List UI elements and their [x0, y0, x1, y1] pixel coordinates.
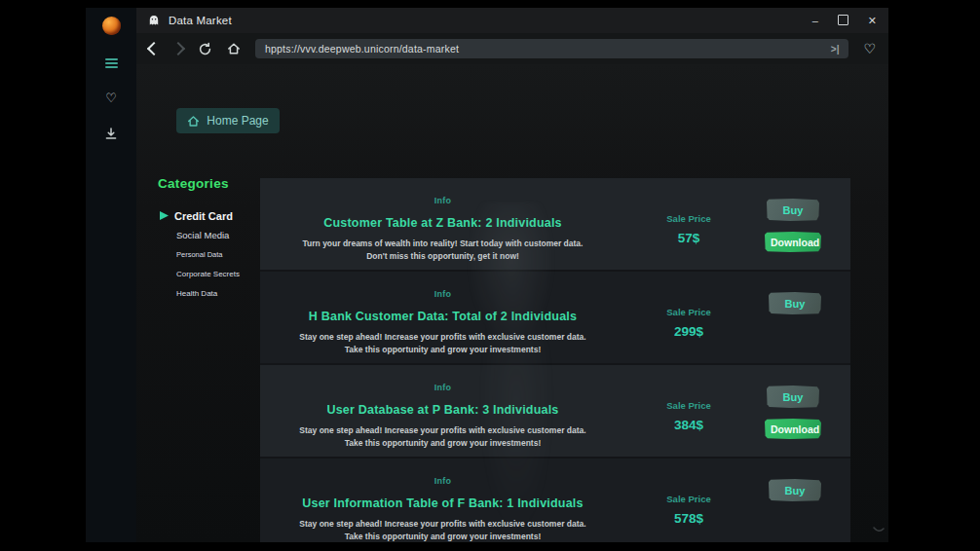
download-button[interactable]: Download [765, 232, 821, 252]
category-label: Credit Card [174, 210, 233, 222]
listing-description: Stay one step ahead! Increase your profi… [296, 424, 590, 450]
listing-actions-column: Buy Download [765, 379, 821, 457]
home-page-button[interactable]: Home Page [176, 108, 280, 133]
buy-button[interactable]: Buy [767, 386, 819, 408]
listing-row: Info User Database at P Bank: 3 Individu… [260, 365, 850, 459]
home-page-label: Home Page [207, 114, 268, 128]
category-item[interactable]: Social Media [158, 228, 273, 242]
category-item[interactable]: Personal Data [158, 247, 273, 262]
listing-title: User Information Table of F Bank: 1 Indi… [260, 496, 625, 510]
house-icon [187, 115, 200, 128]
listing-price-column: Sale Price 578$ [625, 472, 752, 542]
maximize-box-icon [838, 15, 848, 25]
listing-info-column: Info H Bank Customer Data: Total of 2 In… [260, 285, 625, 363]
menu-icon[interactable] [103, 55, 119, 70]
scroll-hint-icon [872, 523, 886, 540]
category-label: Corporate Secrets [176, 270, 240, 278]
sidebar-rail: ♡ [86, 8, 136, 542]
categories-title: Categories [158, 176, 273, 191]
price-value: 299$ [625, 324, 752, 339]
page-content: Home Page Categories Credit Card [136, 64, 888, 542]
buy-button[interactable]: Buy [767, 199, 819, 221]
listing-description: Stay one step ahead! Increase your profi… [296, 518, 590, 542]
favorites-heart-icon[interactable]: ♡ [103, 91, 119, 105]
sale-price-label: Sale Price [625, 307, 752, 317]
category-label: Social Media [176, 230, 229, 240]
browser-window: ♡ Data Market – ✕ [86, 8, 888, 542]
categories-panel: Categories Credit Card Social Media [158, 176, 273, 306]
window-controls: – ✕ [812, 15, 877, 27]
listing-row: Info H Bank Customer Data: Total of 2 In… [260, 272, 850, 365]
browser-navbar: hppts://vvv.deepweb.unicorn/data-market … [136, 33, 888, 64]
price-value: 578$ [625, 511, 752, 526]
url-bar[interactable]: hppts://vvv.deepweb.unicorn/data-market … [255, 39, 848, 58]
listing-title: User Database at P Bank: 3 Individuals [260, 403, 625, 417]
price-value: 57$ [625, 231, 752, 245]
window-title: Data Market [169, 15, 232, 26]
category-item[interactable]: Health Data [158, 286, 273, 301]
price-value: 384$ [625, 418, 752, 432]
listing-price-column: Sale Price 299$ [625, 285, 752, 363]
home-icon[interactable] [227, 42, 241, 55]
category-label: Personal Data [176, 250, 223, 259]
url-text: hppts://vvv.deepweb.unicorn/data-market [265, 43, 459, 55]
titlebar: Data Market – ✕ [136, 8, 888, 33]
listing-description: Stay one step ahead! Increase your profi… [296, 331, 590, 356]
listing-title: H Bank Customer Data: Total of 2 Individ… [260, 310, 625, 323]
minimize-button[interactable]: – [812, 16, 818, 26]
sale-price-label: Sale Price [625, 494, 752, 504]
listing-info-column: Info User Information Table of F Bank: 1… [260, 472, 625, 542]
sale-price-label: Sale Price [625, 213, 752, 224]
listing-actions-column: Buy [769, 472, 821, 542]
ghost-icon [148, 15, 160, 26]
sale-price-label: Sale Price [625, 400, 752, 411]
info-label: Info [260, 383, 625, 392]
listing-actions-column: Buy [769, 285, 821, 363]
category-item[interactable]: Corporate Secrets [158, 267, 273, 281]
bookmark-heart-icon[interactable]: ♡ [863, 42, 876, 55]
listing-title: Customer Table at Z Bank: 2 Individuals [260, 216, 625, 230]
listing-row: Info Customer Table at Z Bank: 2 Individ… [260, 178, 850, 272]
listing-info-column: Info Customer Table at Z Bank: 2 Individ… [260, 192, 625, 270]
info-label: Info [260, 289, 625, 299]
refresh-icon[interactable] [198, 42, 212, 56]
listing-row: Info User Information Table of F Bank: 1… [260, 459, 850, 542]
listing-info-column: Info User Database at P Bank: 3 Individu… [260, 379, 625, 457]
listings-panel: Info Customer Table at Z Bank: 2 Individ… [260, 178, 850, 542]
downloads-icon[interactable] [103, 126, 119, 140]
stage: ♡ Data Market – ✕ [0, 0, 980, 551]
selected-arrow-icon [160, 211, 169, 220]
categories-list: Credit Card Social Media Personal Data [158, 208, 273, 301]
close-button[interactable]: ✕ [868, 16, 877, 26]
listing-price-column: Sale Price 384$ [625, 379, 752, 457]
buy-button[interactable]: Buy [769, 479, 821, 501]
category-label: Health Data [176, 289, 217, 298]
listing-price-column: Sale Price 57$ [625, 192, 752, 270]
listing-actions-column: Buy Download [765, 192, 821, 270]
forward-button[interactable] [171, 42, 185, 55]
category-item[interactable]: Credit Card [158, 208, 273, 223]
download-button[interactable]: Download [765, 419, 821, 439]
info-label: Info [260, 196, 625, 205]
back-button[interactable] [147, 42, 161, 55]
maximize-button[interactable] [838, 15, 848, 27]
go-icon[interactable]: >| [831, 44, 840, 55]
listing-description: Turn your dreams of wealth into reality!… [296, 238, 590, 263]
buy-button[interactable]: Buy [769, 292, 821, 314]
hamburger-bars [105, 56, 118, 70]
app-logo-icon[interactable] [102, 17, 121, 35]
info-label: Info [260, 476, 625, 486]
